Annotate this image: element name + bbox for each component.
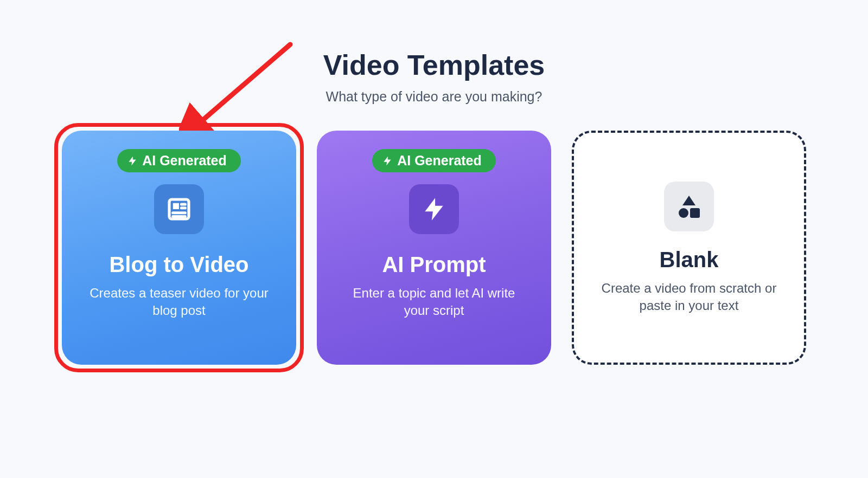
badge-label: AI Generated <box>397 153 482 169</box>
svg-rect-2 <box>173 203 179 209</box>
annotation-arrow-icon <box>179 38 298 146</box>
template-card-blog-to-video[interactable]: AI Generated Blog to Video Creates a tea… <box>62 131 296 365</box>
template-card-ai-prompt[interactable]: AI Generated AI Prompt Enter a topic and… <box>317 131 551 365</box>
card-title: Blank <box>660 248 719 272</box>
shapes-icon <box>664 182 714 231</box>
card-description: Create a video from scratch or paste in … <box>593 280 784 315</box>
template-card-blank[interactable]: Blank Create a video from scratch or pas… <box>572 131 806 365</box>
page-title: Video Templates <box>323 49 545 81</box>
svg-rect-9 <box>690 208 700 218</box>
page-subtitle: What type of video are you making? <box>326 89 542 105</box>
badge-label: AI Generated <box>142 153 227 169</box>
svg-marker-7 <box>682 196 695 205</box>
card-wrapper-blank: Blank Create a video from scratch or pas… <box>572 131 806 365</box>
card-title: AI Prompt <box>382 253 486 277</box>
newspaper-icon <box>154 184 204 234</box>
card-wrapper-ai-prompt: AI Generated AI Prompt Enter a topic and… <box>317 131 551 365</box>
ai-generated-badge: AI Generated <box>372 149 496 172</box>
bolt-icon <box>382 154 393 167</box>
svg-line-0 <box>197 44 290 125</box>
card-title: Blog to Video <box>109 253 248 277</box>
bolt-icon <box>127 154 138 167</box>
bolt-icon <box>409 184 459 234</box>
card-description: Enter a topic and let AI write your scri… <box>336 285 532 320</box>
card-description: Creates a teaser video for your blog pos… <box>81 285 277 320</box>
template-cards-row: AI Generated Blog to Video Creates a tea… <box>62 131 806 365</box>
ai-generated-badge: AI Generated <box>117 149 241 172</box>
svg-point-8 <box>679 208 688 218</box>
card-wrapper-blog-to-video: AI Generated Blog to Video Creates a tea… <box>62 131 296 365</box>
